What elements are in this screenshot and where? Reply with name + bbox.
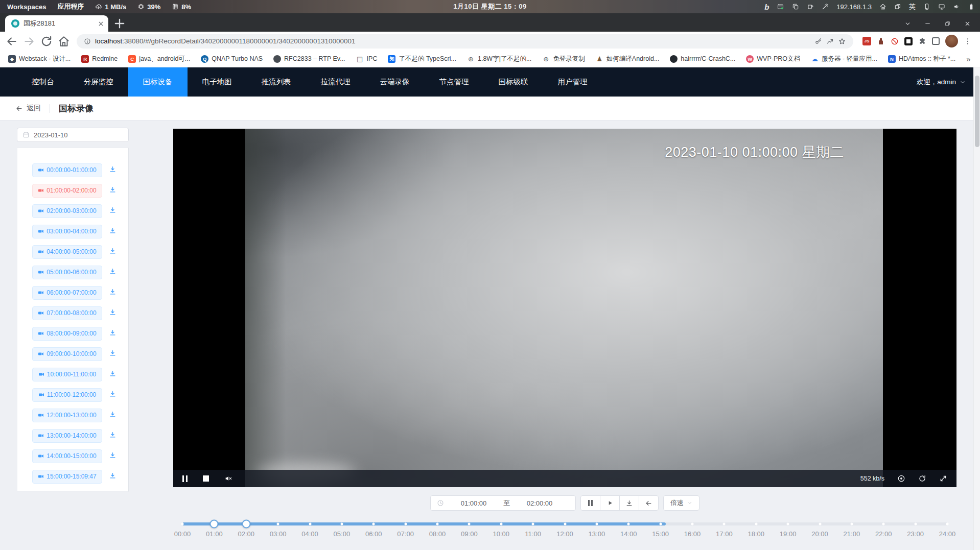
snapshot-icon[interactable] — [897, 474, 905, 483]
network-indicator[interactable]: 1 MB/s — [95, 3, 126, 11]
fullscreen-icon[interactable] — [939, 474, 947, 483]
segment-download-button[interactable] — [109, 288, 116, 297]
color-picker-icon[interactable] — [822, 3, 829, 10]
segment-download-button[interactable] — [109, 227, 116, 236]
segment-download-button[interactable] — [109, 411, 116, 420]
bookmark-star-icon[interactable] — [838, 37, 846, 45]
recorder-extension-icon[interactable] — [904, 37, 913, 45]
bookmark-item[interactable]: hairrrrr/C-CrashC... — [670, 55, 735, 63]
date-picker-input[interactable]: 2023-01-10 — [17, 128, 129, 142]
applications-button[interactable]: 应用程序 — [57, 2, 84, 11]
bookmark-item[interactable]: RFC2833 – RTP Ev... — [273, 55, 345, 63]
bing-tray-icon[interactable]: b — [764, 3, 769, 11]
address-bar[interactable]: localhost:38080/#/gbRecordDetail/3402000… — [77, 34, 853, 49]
bookmark-item[interactable]: NHDAtmos :: 种子 *... — [888, 55, 955, 63]
nav-tab-3[interactable]: 国标设备 — [128, 67, 188, 97]
reload-button[interactable] — [40, 35, 53, 48]
home-tray-icon[interactable] — [879, 3, 886, 10]
segment-download-button[interactable] — [109, 247, 116, 256]
segment-button[interactable]: 13:00:00-14:00:00 — [32, 429, 102, 443]
tab-search-chevron-icon[interactable] — [904, 20, 911, 27]
start-time-value[interactable]: 01:00:00 — [444, 499, 503, 507]
clock[interactable]: 1月10日 星期二 15：09 — [453, 2, 526, 11]
segment-button[interactable]: 03:00:00-04:00:00 — [32, 225, 102, 238]
tampermonkey-extension-icon[interactable] — [877, 37, 885, 45]
notification-app-icon[interactable] — [777, 3, 784, 11]
segment-button[interactable]: 01:00:00-02:00:00 — [32, 184, 102, 198]
tab-close-icon[interactable] — [98, 20, 104, 27]
play-button[interactable] — [600, 495, 620, 511]
side-panel-icon[interactable] — [932, 37, 940, 45]
scrollbar-thumb[interactable] — [975, 76, 979, 147]
nav-tab-8[interactable]: 节点管理 — [425, 67, 484, 97]
workspaces-button[interactable]: Workspaces — [7, 3, 46, 11]
timeline-slider[interactable] — [182, 520, 947, 528]
nav-tab-7[interactable]: 云端录像 — [365, 67, 425, 97]
site-info-icon[interactable] — [84, 38, 91, 45]
display-icon[interactable] — [938, 3, 945, 10]
segment-download-button[interactable] — [109, 165, 116, 175]
bookmarks-overflow-chevron[interactable]: » — [966, 55, 972, 63]
segment-download-button[interactable] — [109, 451, 116, 461]
bookmark-item[interactable]: ♟如何编译Android... — [596, 55, 660, 63]
segment-button[interactable]: 07:00:00-08:00:00 — [32, 306, 102, 320]
player-stop-button[interactable] — [203, 475, 209, 482]
segment-button[interactable]: 15:00:00-15:09:47 — [32, 470, 102, 484]
segment-button[interactable]: 05:00:00-06:00:00 — [32, 266, 102, 279]
segment-button[interactable]: 10:00:00-11:00:00 — [32, 368, 102, 381]
caffeine-icon[interactable] — [807, 3, 814, 10]
mute-icon[interactable] — [224, 474, 232, 483]
bookmark-item[interactable]: ▤IPC — [356, 55, 378, 63]
segment-download-button[interactable] — [109, 308, 116, 318]
cpu-indicator[interactable]: 39% — [137, 3, 160, 11]
nav-tab-4[interactable]: 电子地图 — [188, 67, 247, 97]
nav-tab-5[interactable]: 推流列表 — [247, 67, 306, 97]
download-button[interactable] — [619, 495, 639, 511]
seek-back-button[interactable] — [639, 495, 659, 511]
segment-download-button[interactable] — [109, 186, 116, 195]
segment-download-button[interactable] — [109, 206, 116, 216]
bookmark-item[interactable]: RRedmine — [81, 55, 118, 63]
share-icon[interactable] — [826, 37, 834, 45]
nav-tab-6[interactable]: 拉流代理 — [306, 67, 365, 97]
nav-tab-9[interactable]: 国标级联 — [484, 67, 543, 97]
segment-button[interactable]: 04:00:00-05:00:00 — [32, 245, 102, 259]
timeline-handle-end[interactable] — [242, 520, 250, 529]
speed-dropdown[interactable]: 倍速 — [663, 495, 699, 511]
user-menu[interactable]: 欢迎，admin — [917, 67, 980, 97]
refresh-icon[interactable] — [918, 474, 926, 483]
segment-button[interactable]: 09:00:00-10:00:00 — [32, 347, 102, 361]
timeline-track[interactable] — [182, 522, 947, 525]
page-scrollbar[interactable] — [973, 67, 980, 550]
time-range-input[interactable]: 01:00:00 至 02:00:00 — [430, 495, 576, 511]
bookmark-item[interactable]: ⊕免登录复制 — [542, 55, 585, 63]
segment-download-button[interactable] — [109, 349, 116, 358]
segment-button[interactable]: 14:00:00-15:00:00 — [32, 449, 102, 463]
forward-button[interactable] — [22, 35, 36, 48]
bookmark-item[interactable]: ◆Webstack - 设计... — [8, 55, 71, 63]
browser-tab[interactable]: 国标28181 — [5, 15, 108, 32]
volume-icon[interactable] — [953, 3, 960, 10]
bookmark-item[interactable]: ☁服务器 - 轻量应用... — [811, 55, 877, 63]
window-restore-button[interactable] — [944, 20, 951, 27]
phone-link-icon[interactable] — [923, 3, 930, 10]
js-extension-icon[interactable]: JS — [862, 37, 871, 45]
timeline-handle-start[interactable] — [210, 520, 219, 529]
bookmark-item[interactable]: Cjava、android可... — [128, 55, 190, 63]
bookmark-item[interactable]: QQNAP Turbo NAS — [201, 55, 263, 63]
segment-download-button[interactable] — [109, 390, 116, 399]
player-pause-button[interactable] — [182, 475, 188, 482]
nav-tab-1[interactable]: 控制台 — [17, 67, 69, 97]
home-button[interactable] — [57, 35, 71, 48]
memory-indicator[interactable]: 8% — [172, 3, 191, 11]
workspaces-tray-icon[interactable] — [894, 3, 901, 10]
segment-download-button[interactable] — [109, 370, 116, 379]
password-key-icon[interactable] — [814, 37, 822, 45]
extensions-puzzle-icon[interactable] — [918, 37, 926, 45]
segment-download-button[interactable] — [109, 329, 116, 338]
input-method-indicator[interactable]: 英 — [909, 2, 916, 11]
nav-tab-10[interactable]: 用户管理 — [543, 67, 602, 97]
segment-button[interactable]: 12:00:00-13:00:00 — [32, 409, 102, 422]
ip-address[interactable]: 192.168.1.3 — [836, 3, 872, 11]
bookmark-item[interactable]: WWVP-PRO文档 — [746, 55, 800, 63]
